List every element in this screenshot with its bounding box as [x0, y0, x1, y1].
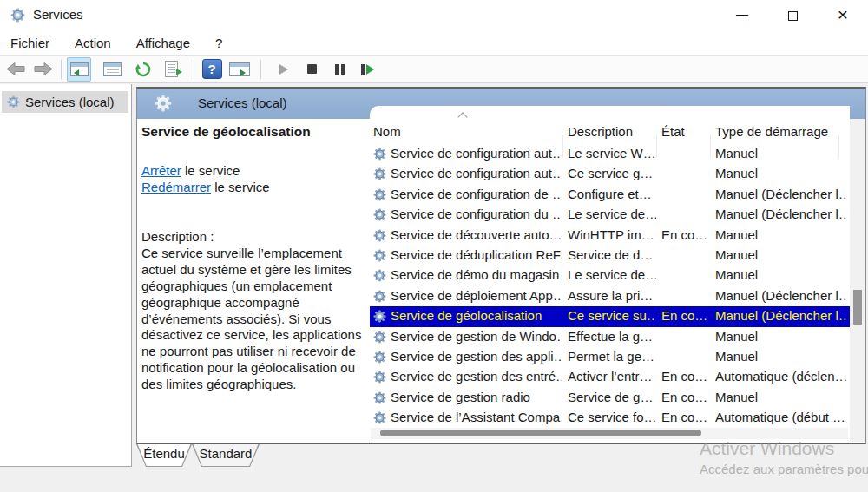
menu-action[interactable]: Action [66, 33, 120, 53]
properties-icon [103, 62, 122, 76]
forward-arrow-icon [34, 62, 53, 75]
service-state-cell: En co… [661, 390, 712, 404]
service-startup-type-cell: Manuel (Déclencher l… [715, 187, 847, 201]
service-row[interactable]: Service de configuration du … Le service… [370, 205, 850, 225]
menu-affichage[interactable]: Affichage [128, 33, 199, 53]
service-state-cell: En co… [661, 369, 712, 384]
service-row[interactable]: Service de gestion des appli… Permet la … [370, 347, 850, 367]
forward-button[interactable] [31, 57, 56, 82]
service-description-block: Description : Ce service surveille l’emp… [141, 229, 369, 393]
services-app-icon [10, 8, 25, 25]
export-list-button[interactable] [159, 57, 183, 82]
service-gear-icon [373, 351, 386, 366]
service-description-cell: Configure et… [568, 187, 656, 201]
service-row[interactable]: Service de l’Assistant Compa… Ce service… [370, 408, 850, 428]
column-header-etat[interactable]: État [661, 124, 685, 139]
column-header-nom[interactable]: Nom [373, 124, 401, 139]
maximize-icon [788, 11, 798, 21]
close-button[interactable]: × [818, 0, 868, 31]
stop-service-line: Arrêter le service [141, 162, 369, 179]
service-gear-icon [373, 391, 386, 407]
service-name-cell: Service de démo du magasin [391, 267, 562, 282]
service-startup-type-cell: Manuel [715, 227, 847, 242]
tree-item-label: Services (local) [25, 95, 115, 109]
services-table-body: Service de configuration aut… Le service… [370, 144, 850, 428]
toolbar-separator [61, 60, 62, 79]
maximize-button[interactable] [767, 0, 818, 31]
show-action-pane-icon [229, 62, 250, 76]
service-row[interactable]: Service de gestion radio Service de g… E… [370, 388, 850, 408]
service-row[interactable]: Service de configuration aut… Ce service… [370, 164, 850, 184]
service-gear-icon [373, 229, 386, 245]
service-state-cell: En co… [661, 308, 712, 323]
show-action-pane-button[interactable] [227, 57, 252, 82]
service-name-cell: Service de déduplication ReFS [391, 247, 562, 262]
vertical-scrollbar-thumb[interactable] [853, 290, 862, 325]
properties-button[interactable] [100, 57, 124, 82]
services-gear-icon [7, 95, 20, 108]
services-window: { "window": { "title": "Services", "cont… [0, 0, 868, 492]
service-row[interactable]: Service de découverte auto… WinHTTP im… … [370, 226, 850, 246]
refresh-button[interactable] [131, 57, 155, 82]
service-name-cell: Service de gestion radio [391, 390, 562, 404]
service-startup-type-cell: Manuel (Déclencher l… [715, 288, 847, 303]
list-header-row: Nom Description État Type de démarrage [370, 121, 850, 144]
service-startup-type-cell: Manuel (Déclencher l… [715, 308, 847, 323]
service-row[interactable]: Service de configuration de … Configure … [370, 185, 850, 205]
stop-service-button[interactable] [299, 57, 324, 82]
service-name-cell: Service de configuration aut… [391, 146, 562, 161]
restart-service-link[interactable]: Redémarrer [141, 180, 211, 194]
service-gear-icon [373, 371, 386, 386]
help-button[interactable]: ? [200, 57, 224, 82]
service-description-cell: Le service de… [568, 267, 656, 282]
menu-fichier[interactable]: Fichier [2, 33, 58, 53]
horizontal-scrollbar[interactable] [371, 428, 848, 439]
toolbar-separator [194, 60, 194, 79]
window-title: Services [33, 7, 83, 22]
service-gear-icon [373, 249, 386, 265]
service-row[interactable]: Service de configuration aut… Le service… [370, 144, 850, 164]
service-description-cell: Le service W… [568, 146, 656, 161]
back-button[interactable] [3, 57, 28, 82]
service-description-cell: Effectue la g… [568, 329, 656, 344]
service-startup-type-cell: Manuel [715, 166, 847, 180]
service-state-cell: En co… [661, 410, 712, 424]
restart-service-button[interactable] [355, 57, 379, 82]
vertical-scrollbar[interactable] [850, 119, 865, 442]
tab-etendu[interactable]: Étendu [136, 444, 192, 467]
service-name-cell: Service de déploiement App… [391, 288, 562, 303]
service-name-cell: Service de configuration aut… [391, 166, 562, 180]
stop-service-icon [307, 64, 317, 74]
horizontal-scrollbar-thumb[interactable] [380, 430, 701, 436]
show-console-tree-button[interactable] [67, 57, 91, 82]
service-row[interactable]: Service de géolocalisation Ce service su… [370, 306, 850, 326]
restart-service-icon [361, 64, 374, 75]
start-service-icon [279, 64, 288, 75]
service-description-cell: WinHTTP im… [568, 227, 656, 242]
stop-service-link[interactable]: Arrêter [141, 163, 181, 178]
service-row[interactable]: Service de déduplication ReFS Service de… [370, 246, 850, 266]
tab-standard[interactable]: Standard [192, 444, 260, 467]
service-row[interactable]: Service de gestion de Windo… Effectue la… [370, 327, 850, 347]
column-header-description[interactable]: Description [568, 124, 633, 139]
export-list-icon [165, 61, 178, 77]
service-row[interactable]: Service de déploiement App… Assure la pr… [370, 286, 850, 306]
service-name-cell: Service de configuration du … [391, 207, 562, 221]
service-row[interactable]: Service de gestion des entré… Activer l’… [370, 367, 850, 387]
pause-service-button[interactable] [327, 57, 352, 82]
service-name-cell: Service de configuration de … [391, 187, 562, 201]
description-label: Description : [141, 229, 369, 246]
minimize-button[interactable]: — [717, 0, 767, 31]
service-row[interactable]: Service de démo du magasin Le service de… [370, 266, 850, 285]
services-list-panel: Nom Description État Type de démarrage S… [370, 106, 850, 443]
tree-item-services-local[interactable]: Services (local) [2, 91, 128, 113]
service-startup-type-cell: Manuel [715, 329, 847, 344]
sort-ascending-icon [457, 112, 467, 121]
service-description-cell: Service de d… [568, 247, 656, 262]
service-gear-icon [373, 167, 386, 183]
minimize-icon: — [736, 7, 748, 21]
start-service-button[interactable] [272, 57, 296, 82]
column-header-type-demarrage[interactable]: Type de démarrage [715, 124, 828, 139]
content-header-title: Services (local) [198, 95, 287, 110]
menu-help[interactable]: ? [207, 33, 231, 53]
